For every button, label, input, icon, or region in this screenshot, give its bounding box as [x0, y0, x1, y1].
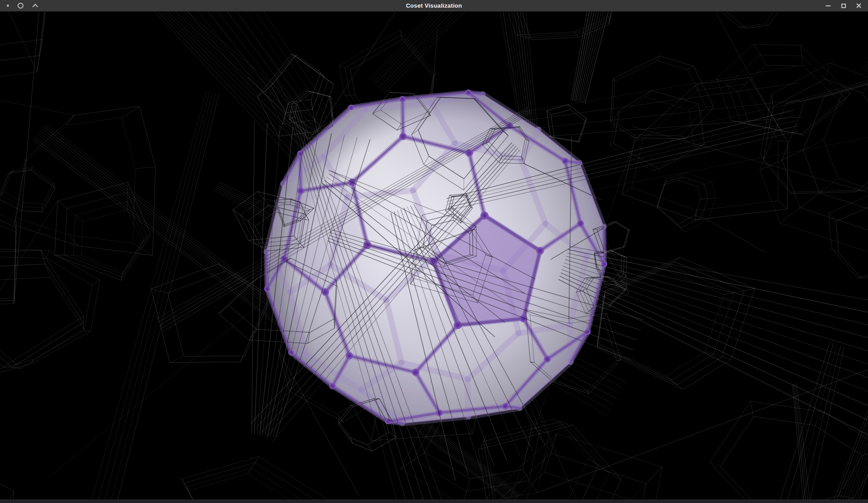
maximize-button[interactable] — [840, 2, 847, 9]
status-dot-icon — [7, 5, 9, 7]
chevron-up-icon[interactable] — [32, 4, 38, 8]
close-icon — [856, 3, 862, 9]
visualization-canvas[interactable] — [0, 12, 868, 499]
maximize-icon — [841, 4, 846, 8]
titlebar-left-icons — [0, 3, 38, 9]
close-button[interactable] — [855, 2, 862, 9]
window-controls — [825, 2, 868, 9]
titlebar[interactable]: Coset Visualization — [0, 0, 868, 12]
app-window: Coset Visualization — [0, 0, 868, 503]
minimize-icon — [826, 5, 831, 6]
window-title: Coset Visualization — [0, 0, 868, 11]
circle-icon[interactable] — [18, 3, 23, 9]
minimize-button[interactable] — [825, 2, 831, 9]
window-bottom-border — [0, 499, 868, 503]
